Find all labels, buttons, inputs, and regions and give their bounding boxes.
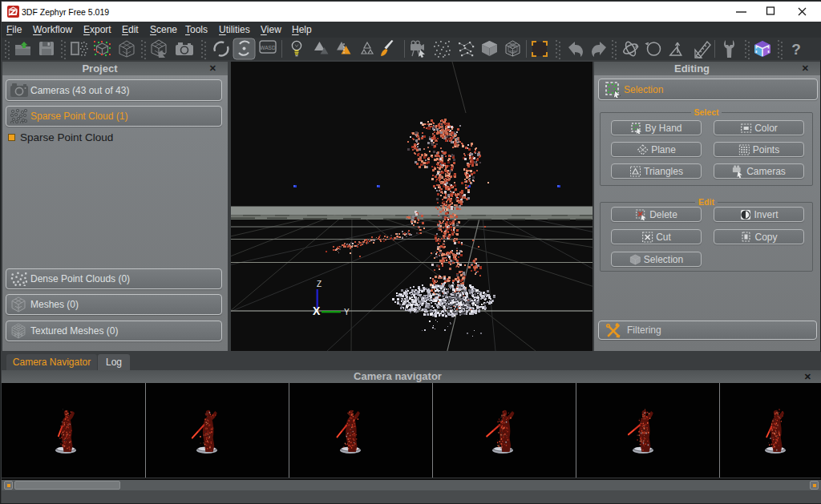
svg-text:WASD: WASD (260, 45, 276, 50)
svg-text:Y: Y (344, 308, 350, 317)
svg-text:?: ? (791, 41, 801, 58)
svg-text:X: X (313, 304, 321, 317)
svg-text:Z: Z (317, 280, 322, 288)
